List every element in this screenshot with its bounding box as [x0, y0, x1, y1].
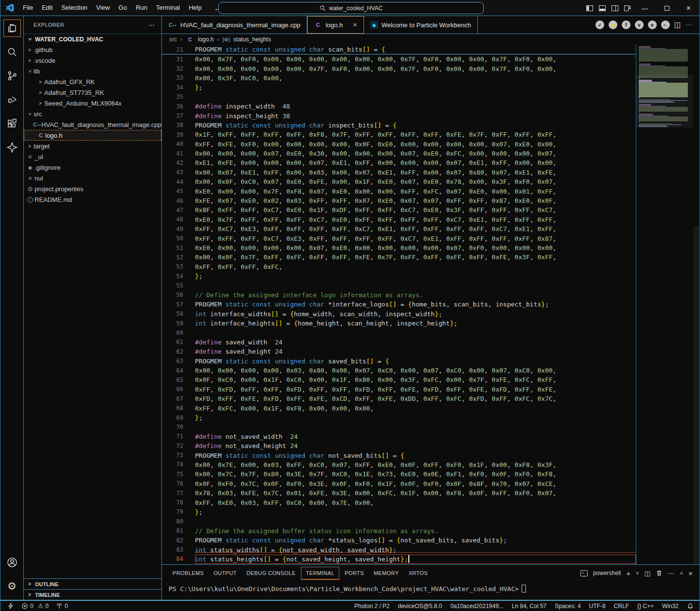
- action-e-icon[interactable]: e: [648, 20, 657, 29]
- action-terminal-icon[interactable]: >_: [661, 20, 670, 29]
- remote-indicator[interactable]: [7, 603, 14, 610]
- code-line-67[interactable]: 670xFD, 0xFF, 0xFE, 0xFD, 0xFF, 0xFE, 0x…: [162, 394, 700, 403]
- outline-section[interactable]: ˃ OUTLINE: [24, 578, 161, 589]
- code-line-73[interactable]: 73PROGMEM static const unsigned char not…: [162, 450, 700, 460]
- code-line-81[interactable]: 81// Define the assigned buffer status i…: [162, 526, 700, 536]
- tree-item--gitignore[interactable]: ◆.gitignore: [24, 162, 161, 173]
- code-line-55[interactable]: 55: [162, 281, 700, 290]
- kill-terminal-icon[interactable]: [656, 570, 663, 576]
- code-line-76[interactable]: 760x0F, 0xF0, 0x7C, 0x0F, 0xF0, 0x3E, 0x…: [162, 479, 700, 488]
- tree-item-seeed-arduino-mlx9064x[interactable]: ˃Seeed_Arduino_MLX9064x: [24, 98, 161, 108]
- tree-item-logo-h[interactable]: Clogo.h: [24, 130, 161, 141]
- action-flash-icon[interactable]: ⚡: [609, 20, 617, 29]
- code-line-50[interactable]: 500xFF, 0xFF, 0xFF, 0xC7, 0xE3, 0xFF, 0x…: [162, 234, 700, 243]
- code-line-37[interactable]: 37#define inspect_height 38: [162, 111, 700, 120]
- sticky-scroll-line[interactable]: 21PROGMEM static const unsigned char sca…: [162, 45, 636, 54]
- search-sidebar-icon[interactable]: [3, 43, 21, 61]
- action-f-icon[interactable]: f: [622, 20, 630, 29]
- split-terminal-icon[interactable]: ◫: [645, 570, 650, 577]
- code-line-48[interactable]: 480xE0, 0x7F, 0xFF, 0xFF, 0xFF, 0xC7, 0x…: [162, 215, 700, 224]
- accounts-icon[interactable]: [3, 554, 21, 571]
- code-line-68[interactable]: 680xFF, 0xFC, 0x00, 0x1F, 0xF8, 0x00, 0x…: [162, 403, 700, 413]
- code-line-62[interactable]: 62#define saved_height 24: [162, 347, 700, 356]
- status-item-deviceos-5-8-0[interactable]: deviceOS@5.8.0: [398, 603, 442, 610]
- new-terminal-icon[interactable]: +: [626, 569, 630, 577]
- code-line-39[interactable]: 390x1F, 0xFF, 0xFF, 0xFF, 0xFF, 0xF8, 0x…: [162, 130, 700, 139]
- close-tab-icon[interactable]: ×: [353, 21, 357, 29]
- status-item-spaces-4[interactable]: Spaces: 4: [555, 603, 580, 610]
- code-line-57[interactable]: 57PROGMEM static const unsigned char *in…: [162, 300, 700, 309]
- customize-layout-icon[interactable]: [621, 0, 634, 16]
- timeline-section[interactable]: ˃ TIMELINE: [24, 589, 161, 600]
- tree-item--github[interactable]: ˃.github: [24, 44, 161, 55]
- code-line-42[interactable]: 420xE1, 0xFE, 0x00, 0x00, 0x00, 0x07, 0x…: [162, 158, 700, 167]
- menu-run[interactable]: Run: [131, 0, 152, 16]
- code-line-75[interactable]: 750x00, 0x7C, 0x7F, 0x80, 0x3E, 0x7F, 0x…: [162, 469, 700, 479]
- code-line-58[interactable]: 58int interface_widths[] = {home_width, …: [162, 309, 700, 319]
- code-line-72[interactable]: 72#define not_saved_height 24: [162, 441, 700, 450]
- code-line-31[interactable]: 310x00, 0x7F, 0xF0, 0x00, 0x00, 0x00, 0x…: [162, 54, 700, 64]
- panel-tab-xrtos[interactable]: XRTOS: [404, 567, 432, 579]
- code-line-43[interactable]: 430x00, 0x07, 0xE1, 0xFF, 0x00, 0x03, 0x…: [162, 168, 700, 177]
- tree-item--vscode[interactable]: ˃.vscode: [24, 55, 161, 66]
- code-line-70[interactable]: 70: [162, 422, 700, 431]
- code-line-41[interactable]: 410x00, 0x00, 0x00, 0x07, 0xE0, 0x30, 0x…: [162, 149, 700, 158]
- code-line-74[interactable]: 740x00, 0x7E, 0x00, 0x03, 0xFF, 0xC0, 0x…: [162, 460, 700, 469]
- code-line-38[interactable]: 38PROGMEM static const unsigned char ins…: [162, 121, 700, 130]
- menu-terminal[interactable]: Terminal: [152, 0, 184, 16]
- code-line-79[interactable]: 79};: [162, 507, 700, 517]
- status-item-c[interactable]: {} C++: [637, 603, 654, 610]
- minimap[interactable]: [636, 45, 693, 564]
- explorer-root-folder[interactable]: ˃ WATER_COOLED_HVAC: [24, 34, 161, 44]
- panel-tab-ports[interactable]: PORTS: [340, 567, 368, 579]
- code-editor[interactable]: 21PROGMEM static const unsigned char sca…: [162, 45, 700, 564]
- code-line-66[interactable]: 660xFF, 0xFD, 0xFF, 0xFF, 0xFD, 0xFF, 0x…: [162, 385, 700, 394]
- tree-item-adafruit-st7735-rk[interactable]: ˃Adafruit_ST7735_RK: [24, 87, 161, 98]
- toggle-sidebar-icon[interactable]: [583, 0, 596, 16]
- run-debug-icon[interactable]: [3, 91, 21, 108]
- menu-go[interactable]: Go: [114, 0, 131, 16]
- panel-tab-problems[interactable]: PROBLEMS: [168, 567, 208, 579]
- status-item-photon-2-p2[interactable]: Photon 2 / P2: [354, 603, 390, 610]
- tree-item-project-properties[interactable]: ⚙project.properties: [24, 183, 161, 194]
- code-line-80[interactable]: 80: [162, 517, 700, 526]
- code-line-47[interactable]: 470x8F, 0xFF, 0xFF, 0xC7, 0xE0, 0x1F, 0x…: [162, 205, 700, 215]
- code-line-71[interactable]: 71#define not_saved_width 24: [162, 432, 700, 441]
- menu-file[interactable]: File: [18, 0, 37, 16]
- close-window-button[interactable]: ×: [678, 0, 700, 16]
- errors-warnings[interactable]: 0 ⚠ 0: [21, 602, 49, 610]
- code-line-59[interactable]: 59int interface_heights[] = {home_height…: [162, 319, 700, 328]
- menu-selection[interactable]: Selection: [57, 0, 91, 16]
- ports-indicator[interactable]: 0: [56, 603, 68, 610]
- menu-help[interactable]: Help: [184, 0, 206, 16]
- code-line-77[interactable]: 770x78, 0x03, 0xFE, 0x7C, 0x01, 0xFE, 0x…: [162, 488, 700, 498]
- code-line-60[interactable]: 60: [162, 328, 700, 337]
- code-line-40[interactable]: 400xFF, 0xFE, 0xF0, 0x00, 0x00, 0x00, 0x…: [162, 140, 700, 149]
- minimize-button[interactable]: —: [634, 0, 656, 16]
- code-line-34[interactable]: 34};: [162, 83, 700, 92]
- code-line-53[interactable]: 530xFF, 0xFF, 0xFF, 0xFC,: [162, 262, 700, 271]
- toggle-secondary-sidebar-icon[interactable]: [609, 0, 621, 16]
- code-line-46[interactable]: 460xFE, 0x07, 0xE0, 0x02, 0x03, 0xFF, 0x…: [162, 196, 700, 205]
- tab-logo-h[interactable]: Clogo.h×: [307, 16, 364, 34]
- shell-label[interactable]: powershell: [593, 570, 621, 576]
- panel-more-actions-icon[interactable]: ⋯: [668, 569, 675, 577]
- command-center-search[interactable]: water_cooled_HVAC: [218, 2, 484, 14]
- code-line-69[interactable]: 69};: [162, 413, 700, 422]
- code-line-45[interactable]: 450xE0, 0x00, 0x00, 0x7F, 0xF8, 0x07, 0x…: [162, 186, 700, 196]
- breadcrumb-file[interactable]: logo.h: [198, 36, 214, 43]
- code-line-84[interactable]: 84int status_heights[] = {not_saved_heig…: [162, 555, 700, 564]
- code-line-83[interactable]: 83int status_widths[] = {not_saved_width…: [162, 545, 700, 554]
- tree-item-target[interactable]: ˃target: [24, 141, 161, 151]
- settings-gear-icon[interactable]: ⚙: [3, 577, 21, 595]
- editor-more-actions-icon[interactable]: ⋯: [685, 20, 693, 29]
- source-control-icon[interactable]: [3, 67, 21, 85]
- code-line-35[interactable]: 35: [162, 92, 700, 102]
- status-item-win32[interactable]: Win32: [662, 603, 679, 610]
- tree-item-lib[interactable]: ˃lib: [24, 66, 161, 76]
- code-line-61[interactable]: 61#define saved_width 24: [162, 338, 700, 347]
- menu-edit[interactable]: Edit: [37, 0, 57, 16]
- panel-tab-output[interactable]: OUTPUT: [209, 567, 241, 579]
- code-line-65[interactable]: 650x0F, 0xC0, 0x00, 0x1F, 0xC0, 0x00, 0x…: [162, 375, 700, 384]
- action-v-icon[interactable]: v: [635, 20, 644, 29]
